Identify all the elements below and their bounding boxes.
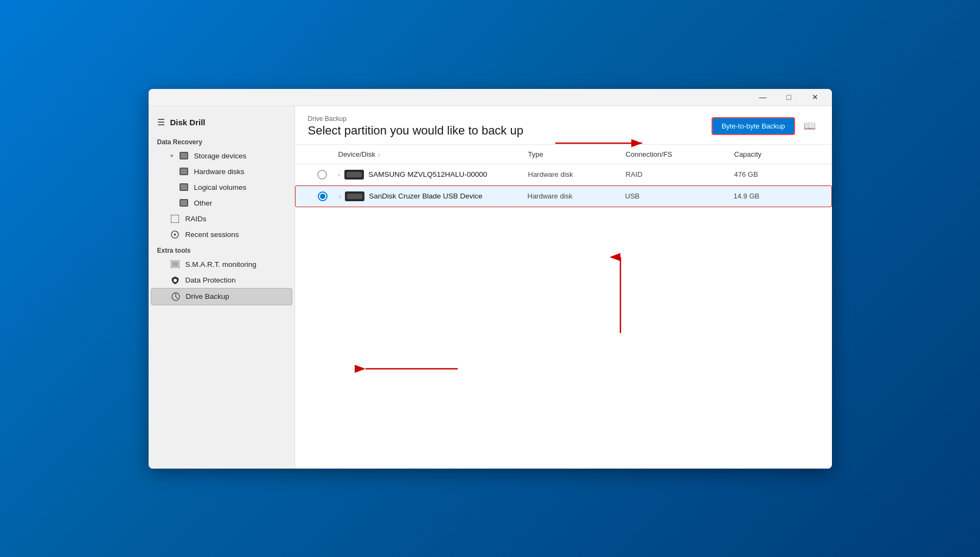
sort-icon: ↓	[377, 151, 381, 157]
disk-table: Device/Disk ↓ Type Connection/FS Capacit…	[295, 145, 832, 469]
panel-header-right: Byte-to-byte Backup 📖	[712, 117, 818, 135]
sidebar-item-recent-sessions[interactable]: Recent sessions	[151, 227, 292, 242]
row-type-sandisk: Hardware disk	[528, 192, 625, 200]
shield-icon	[170, 276, 180, 284]
sidebar-item-label: Hardware disks	[194, 168, 245, 176]
svg-rect-8	[171, 215, 179, 223]
table-row[interactable]: › SanDisk Cruzer Blade USB Device Hardwa…	[295, 185, 832, 207]
close-button[interactable]: ✕	[803, 89, 828, 106]
disk-drive-icon	[345, 191, 364, 201]
svg-point-13	[174, 279, 177, 282]
sidebar-item-logical-volumes[interactable]: Logical volumes	[151, 180, 292, 195]
panel-subtitle: Drive Backup	[308, 115, 523, 123]
sidebar-item-raids[interactable]: RAIDs	[151, 211, 292, 227]
sidebar-item-label: Drive Backup	[186, 292, 229, 300]
panel-title: Select partition you would like to back …	[308, 124, 523, 138]
other-icon	[179, 199, 189, 207]
sidebar: ☰ Disk Drill Data Recovery ▾ Storage dev…	[149, 106, 295, 469]
col-connection[interactable]: Connection/FS	[626, 150, 734, 158]
titlebar: — □ ✕	[149, 89, 832, 106]
sidebar-item-data-protection[interactable]: Data Protection	[151, 272, 292, 288]
sidebar-item-label: Logical volumes	[194, 183, 247, 191]
sidebar-item-storage-devices[interactable]: ▾ Storage devices	[151, 148, 292, 164]
menu-icon[interactable]: ☰	[157, 117, 165, 127]
row-capacity-sandisk: 14.9 GB	[734, 192, 821, 200]
col-capacity[interactable]: Capacity	[734, 150, 821, 158]
byte-to-byte-backup-button[interactable]: Byte-to-byte Backup	[712, 117, 795, 135]
row-connection-samsung: RAID	[626, 170, 734, 178]
sidebar-item-label: Recent sessions	[185, 231, 239, 239]
sidebar-item-label: Storage devices	[194, 152, 247, 160]
sidebar-item-hardware-disks[interactable]: Hardware disks	[151, 164, 292, 180]
maximize-button[interactable]: □	[777, 89, 802, 106]
sidebar-item-other[interactable]: Other	[151, 195, 292, 211]
sidebar-item-label: Other	[194, 199, 213, 207]
col-radio-spacer	[306, 150, 338, 158]
col-device-disk[interactable]: Device/Disk ↓	[338, 150, 528, 158]
sidebar-item-label: S.M.A.R.T. monitoring	[185, 260, 257, 268]
recent-sessions-icon	[170, 231, 180, 239]
sidebar-item-drive-backup[interactable]: Drive Backup	[151, 288, 292, 305]
table-row[interactable]: › SAMSUNG MZVLQ512HALU-00000 Hardware di…	[295, 164, 832, 185]
expand-icon[interactable]: ›	[339, 193, 341, 200]
row-capacity-samsung: 476 GB	[734, 170, 821, 178]
radio-selected	[318, 191, 328, 201]
storage-device-icon	[179, 152, 189, 159]
minimize-button[interactable]: —	[751, 89, 776, 106]
main-content: ☰ Disk Drill Data Recovery ▾ Storage dev…	[149, 106, 832, 469]
device-name: SAMSUNG MZVLQ512HALU-00000	[368, 170, 487, 178]
device-name: SanDisk Cruzer Blade USB Device	[369, 192, 482, 200]
row-radio-sandisk[interactable]	[306, 191, 339, 201]
svg-rect-5	[181, 184, 187, 190]
sidebar-header: ☰ Disk Drill	[149, 113, 294, 134]
logical-volume-icon	[179, 183, 189, 191]
row-device-sandisk: › SanDisk Cruzer Blade USB Device	[339, 191, 528, 201]
svg-rect-12	[172, 261, 178, 267]
col-type[interactable]: Type	[528, 150, 626, 158]
radio-unselected	[317, 170, 327, 180]
expand-icon[interactable]: ›	[338, 171, 341, 178]
sidebar-item-smart-monitoring[interactable]: S.M.A.R.T. monitoring	[151, 257, 292, 272]
disk-drive-icon	[344, 170, 364, 180]
svg-rect-7	[181, 200, 187, 206]
sidebar-item-label: Data Protection	[185, 276, 236, 284]
main-panel: Drive Backup Select partition you would …	[295, 106, 832, 469]
sidebar-item-label: RAIDs	[185, 215, 207, 223]
main-window: — □ ✕ ☰ Disk Drill Data Recovery ▾	[149, 89, 832, 469]
row-connection-sandisk: USB	[625, 192, 734, 200]
hardware-disk-icon	[179, 168, 189, 175]
row-radio-samsung[interactable]	[306, 170, 338, 180]
table-header: Device/Disk ↓ Type Connection/FS Capacit…	[295, 145, 832, 164]
row-type-samsung: Hardware disk	[528, 170, 626, 178]
drive-backup-icon	[171, 292, 181, 301]
svg-rect-3	[181, 169, 187, 174]
app-title: Disk Drill	[170, 118, 206, 127]
bookmark-icon[interactable]: 📖	[800, 118, 819, 134]
svg-rect-1	[181, 153, 187, 158]
panel-header: Drive Backup Select partition you would …	[295, 106, 832, 145]
smart-icon	[170, 260, 180, 268]
section-label-extra-tools: Extra tools	[149, 242, 294, 257]
row-device-samsung: › SAMSUNG MZVLQ512HALU-00000	[338, 170, 528, 180]
panel-header-left: Drive Backup Select partition you would …	[308, 115, 523, 138]
raid-icon	[170, 215, 180, 223]
chevron-down-icon: ▾	[170, 152, 174, 159]
section-label-data-recovery: Data Recovery	[149, 134, 294, 148]
svg-point-10	[174, 233, 176, 235]
